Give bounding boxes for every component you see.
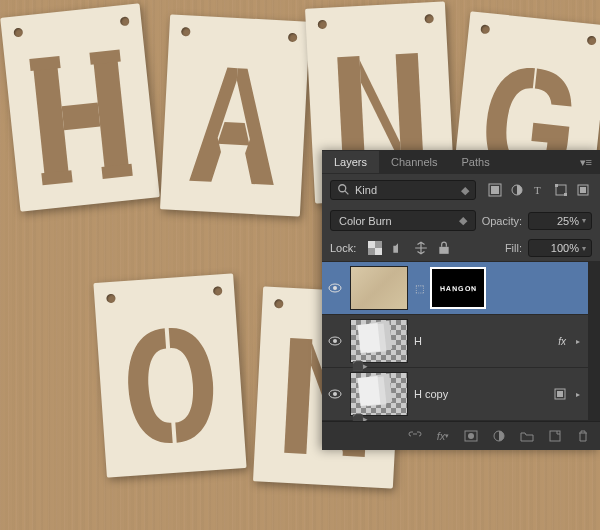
panel-bottom-bar: fx▾ <box>322 421 600 450</box>
trash-icon[interactable] <box>574 427 592 445</box>
svg-rect-26 <box>580 187 586 193</box>
hole-icon <box>106 294 116 304</box>
clip-icon: ⬛▸ <box>352 361 368 371</box>
hole-icon <box>120 16 130 26</box>
hole-icon <box>213 286 223 296</box>
visibility-icon[interactable] <box>328 336 344 346</box>
stencil-letter <box>22 47 139 188</box>
svg-point-16 <box>339 185 346 192</box>
svg-rect-2 <box>62 103 101 131</box>
adjustment-icon[interactable] <box>490 427 508 445</box>
hole-icon <box>274 299 283 308</box>
tab-layers[interactable]: Layers <box>322 151 379 173</box>
chevron-icon[interactable]: ▸ <box>576 337 580 346</box>
svg-rect-24 <box>564 193 567 196</box>
fx-badge[interactable]: fx <box>558 336 566 347</box>
hole-icon <box>480 24 490 34</box>
tab-paths[interactable]: Paths <box>450 151 502 173</box>
fill-label: Fill: <box>505 242 522 254</box>
stencil-letter <box>114 317 227 455</box>
svg-point-40 <box>468 433 474 439</box>
layer-thumb[interactable] <box>350 372 408 416</box>
fx-icon[interactable]: fx▾ <box>434 427 452 445</box>
new-layer-icon[interactable] <box>546 427 564 445</box>
svg-point-36 <box>333 392 337 396</box>
lock-all-icon[interactable] <box>435 239 453 257</box>
layer-name: H <box>414 335 552 347</box>
hole-icon <box>181 27 190 36</box>
scrollbar[interactable] <box>588 262 600 421</box>
hole-icon <box>288 33 297 42</box>
hole-icon <box>318 20 327 29</box>
visibility-icon[interactable] <box>328 283 344 293</box>
svg-rect-13 <box>284 338 312 454</box>
search-icon <box>337 183 351 197</box>
svg-rect-38 <box>557 391 563 397</box>
filter-type-icon[interactable]: T <box>530 181 548 199</box>
stencil-letter <box>179 57 290 193</box>
stencil-tag-a <box>160 14 310 216</box>
blend-row: Color Burn ◆ Opacity: 25% ▾ <box>322 206 600 235</box>
fill-value: 100% <box>551 242 579 254</box>
fill-input[interactable]: 100% ▾ <box>528 239 592 257</box>
blend-mode-select[interactable]: Color Burn ◆ <box>330 210 476 231</box>
svg-point-34 <box>333 339 337 343</box>
link-layers-icon[interactable] <box>406 427 424 445</box>
svg-text:T: T <box>534 184 541 196</box>
lock-row: Lock: Fill: 100% ▾ <box>322 235 600 262</box>
stencil-tag-o <box>93 273 246 477</box>
layer-mask-thumb[interactable]: HANGON <box>430 267 486 309</box>
filter-row: Kind ◆ T <box>322 174 600 206</box>
visibility-icon[interactable] <box>328 389 344 399</box>
lock-image-icon[interactable] <box>389 239 407 257</box>
svg-rect-28 <box>368 241 375 248</box>
layer-thumb[interactable] <box>350 319 408 363</box>
panel-tabs: Layers Channels Paths ▾≡ <box>322 150 600 174</box>
stencil-tag-h <box>0 3 160 212</box>
group-icon[interactable] <box>518 427 536 445</box>
layer-row[interactable]: ⬚ HANGON <box>322 262 588 315</box>
filter-smart-icon[interactable] <box>574 181 592 199</box>
opacity-input[interactable]: 25% ▾ <box>528 212 592 230</box>
svg-rect-30 <box>440 247 449 254</box>
filter-shape-icon[interactable] <box>552 181 570 199</box>
svg-rect-23 <box>555 184 558 187</box>
tab-channels[interactable]: Channels <box>379 151 449 173</box>
clip-icon: ⬛▸ <box>352 414 368 421</box>
filter-kind-select[interactable]: Kind ◆ <box>330 180 476 200</box>
mask-link-icon[interactable]: ⬚ <box>414 283 424 294</box>
layer-row[interactable]: ⬛▸ H fx ▸ <box>322 315 588 368</box>
layers-panel: Layers Channels Paths ▾≡ Kind ◆ T Color … <box>322 150 600 450</box>
panel-menu-icon[interactable]: ▾≡ <box>572 151 600 174</box>
svg-line-17 <box>345 191 349 195</box>
smart-object-icon <box>554 388 566 400</box>
filter-adjust-icon[interactable] <box>508 181 526 199</box>
lock-transparency-icon[interactable] <box>366 239 384 257</box>
layers-list: ⬚ HANGON ⬛▸ H fx ▸ <box>322 262 588 421</box>
layer-thumb[interactable] <box>350 266 408 310</box>
lock-position-icon[interactable] <box>412 239 430 257</box>
mask-icon[interactable] <box>462 427 480 445</box>
svg-marker-9 <box>217 122 250 146</box>
svg-point-32 <box>333 286 337 290</box>
svg-rect-29 <box>375 248 382 255</box>
hole-icon <box>424 14 433 23</box>
layer-name: H copy <box>414 388 548 400</box>
chevron-icon[interactable]: ▸ <box>576 390 580 399</box>
svg-rect-42 <box>550 431 560 441</box>
layer-row[interactable]: ⬛▸ H copy ▸ <box>322 368 588 421</box>
hole-icon <box>587 36 597 46</box>
filter-pixel-icon[interactable] <box>486 181 504 199</box>
filter-kind-label: Kind <box>355 184 377 196</box>
opacity-label: Opacity: <box>482 215 522 227</box>
hole-icon <box>13 28 23 38</box>
lock-label: Lock: <box>330 242 356 254</box>
svg-rect-19 <box>491 186 499 194</box>
blend-mode-value: Color Burn <box>339 215 392 227</box>
opacity-value: 25% <box>557 215 579 227</box>
